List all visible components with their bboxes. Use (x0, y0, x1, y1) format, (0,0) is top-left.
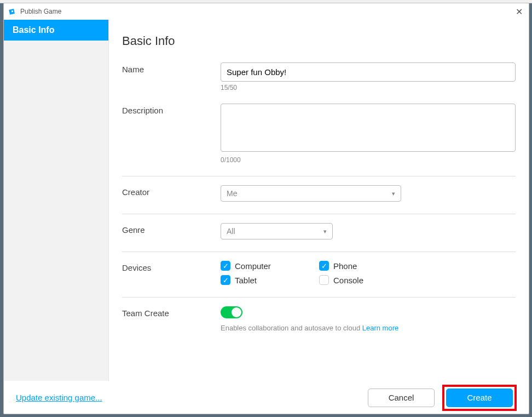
close-icon[interactable]: ✕ (513, 7, 524, 17)
page-title: Basic Info (122, 34, 516, 48)
description-label: Description (122, 104, 221, 115)
divider (122, 252, 516, 252)
checkbox-icon: ✓ (221, 261, 230, 271)
window-title: Publish Game (20, 8, 513, 15)
sidebar-item-basic-info[interactable]: Basic Info (4, 20, 108, 41)
update-existing-game-link[interactable]: Update existing game... (16, 393, 360, 402)
device-phone-checkbox[interactable]: ✓ Phone (319, 261, 418, 271)
creator-value: Me (227, 189, 237, 198)
genre-select[interactable]: All ▾ (221, 223, 333, 239)
creator-select[interactable]: Me ▾ (221, 185, 401, 202)
create-button-highlight: Create (442, 385, 517, 411)
name-counter: 15/50 (221, 84, 516, 92)
teamcreate-toggle[interactable] (221, 306, 242, 318)
checkbox-icon: ✓ (319, 261, 329, 271)
genre-value: All (227, 227, 235, 236)
chevron-down-icon: ▾ (323, 228, 327, 235)
divider (122, 214, 516, 214)
name-label: Name (122, 62, 221, 74)
description-counter: 0/1000 (221, 156, 516, 164)
device-console-checkbox[interactable]: Console (319, 275, 418, 285)
create-button[interactable]: Create (446, 389, 513, 407)
toggle-knob (232, 307, 241, 317)
checkbox-icon (319, 275, 329, 285)
creator-label: Creator (122, 185, 221, 197)
titlebar: Publish Game ✕ (4, 3, 529, 20)
divider (122, 297, 516, 298)
cancel-button[interactable]: Cancel (368, 389, 435, 407)
checkbox-icon: ✓ (221, 275, 230, 285)
divider (122, 176, 516, 176)
roblox-studio-icon (8, 7, 17, 16)
name-input[interactable] (221, 62, 516, 82)
teamcreate-helper: Enables collaboration and autosave to cl… (221, 324, 516, 332)
device-computer-checkbox[interactable]: ✓ Computer (221, 261, 319, 271)
devices-label: Devices (122, 261, 221, 272)
sidebar: Basic Info (4, 20, 109, 381)
teamcreate-label: Team Create (122, 306, 221, 318)
device-tablet-checkbox[interactable]: ✓ Tablet (221, 275, 319, 285)
content-area: Basic Info Name 15/50 Description 0/1000… (109, 20, 529, 381)
learn-more-link[interactable]: Learn more (362, 324, 398, 332)
description-input[interactable] (221, 104, 516, 152)
publish-game-dialog: Publish Game ✕ Basic Info Basic Info Nam… (3, 3, 529, 414)
chevron-down-icon: ▾ (392, 190, 395, 197)
footer: Update existing game... Cancel Create (4, 381, 529, 414)
svg-rect-1 (11, 10, 14, 13)
genre-label: Genre (122, 223, 221, 235)
